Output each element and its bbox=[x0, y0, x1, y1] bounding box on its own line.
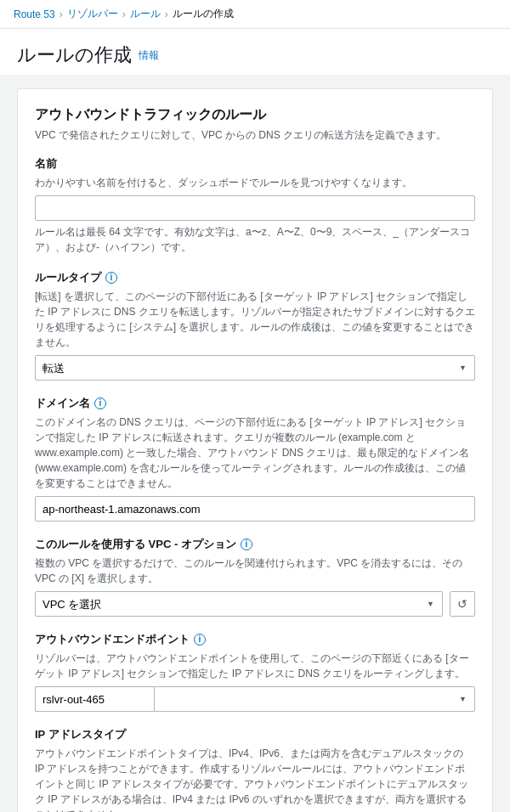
outbound-section-card: アウトバウンドトラフィックのルール VPC で発信されたクエリに対して、VPC … bbox=[17, 88, 493, 812]
page-title-text: ルールの作成 bbox=[17, 42, 132, 68]
name-field: 名前 わかりやすい名前を付けると、ダッシュボードでルールを見つけやすくなります。… bbox=[35, 156, 475, 255]
endpoint-field: アウトバウンドエンドポイント i リゾルバーは、アウトバウンドエンドポイントを使… bbox=[35, 632, 475, 712]
breadcrumb-sep-3: › bbox=[165, 8, 168, 20]
vpc-select[interactable]: VPC を選択 bbox=[35, 591, 443, 617]
vpc-field: このルールを使用する VPC - オプション i 複数の VPC を選択するだけ… bbox=[35, 537, 475, 617]
domain-desc: このドメイン名の DNS クエリは、ページの下部付近にある [ターゲット IP … bbox=[35, 414, 475, 491]
ip-type-label: IP アドレスタイプ bbox=[35, 727, 475, 742]
outbound-section-desc: VPC で発信されたクエリに対して、VPC からの DNS クエリの転送方法を定… bbox=[35, 127, 475, 143]
page-title: ルールの作成 情報 bbox=[17, 42, 493, 68]
vpc-row: VPC を選択 ↺ bbox=[35, 591, 475, 617]
domain-input[interactable] bbox=[35, 496, 475, 522]
endpoint-select-wrapper bbox=[154, 686, 475, 712]
outbound-section-title: アウトバウンドトラフィックのルール bbox=[35, 106, 475, 124]
endpoint-desc: リゾルバーは、アウトバウンドエンドポイントを使用して、このページの下部近くにある… bbox=[35, 651, 475, 681]
name-input[interactable] bbox=[35, 195, 475, 221]
main-content: アウトバウンドトラフィックのルール VPC で発信されたクエリに対して、VPC … bbox=[0, 75, 510, 812]
rule-type-field: ルールタイプ i [転送] を選択して、このページの下部付近にある [ターゲット… bbox=[35, 270, 475, 381]
endpoint-info-icon[interactable]: i bbox=[194, 634, 206, 646]
vpc-label: このルールを使用する VPC - オプション i bbox=[35, 537, 475, 552]
name-desc: わかりやすい名前を付けると、ダッシュボードでルールを見つけやすくなります。 bbox=[35, 175, 475, 190]
breadcrumb-sep-2: › bbox=[122, 8, 126, 20]
rule-type-select-wrapper: 転送 システム bbox=[35, 355, 475, 381]
name-label: 名前 bbox=[35, 156, 475, 172]
breadcrumb-rules[interactable]: ルール bbox=[130, 7, 161, 21]
ip-type-desc: アウトバウンドエンドポイントタイプは、IPv4、IPv6、または両方を含むデュア… bbox=[35, 746, 475, 812]
page-title-area: ルールの作成 情報 bbox=[0, 29, 510, 75]
domain-info-icon[interactable]: i bbox=[94, 398, 106, 409]
breadcrumb-current: ルールの作成 bbox=[173, 7, 234, 21]
domain-field: ドメイン名 i このドメイン名の DNS クエリは、ページの下部付近にある [タ… bbox=[35, 396, 475, 522]
vpc-refresh-button[interactable]: ↺ bbox=[450, 591, 475, 617]
rule-type-label: ルールタイプ i bbox=[35, 270, 475, 285]
rule-type-desc: [転送] を選択して、このページの下部付近にある [ターゲット IP アドレス]… bbox=[35, 289, 475, 350]
vpc-info-icon[interactable]: i bbox=[241, 539, 252, 550]
endpoint-row bbox=[35, 686, 475, 712]
vpc-select-wrapper: VPC を選択 bbox=[35, 591, 443, 617]
rule-type-select[interactable]: 転送 システム bbox=[35, 355, 475, 381]
domain-label: ドメイン名 i bbox=[35, 396, 475, 411]
breadcrumb-resolver[interactable]: リゾルバー bbox=[67, 7, 118, 21]
rule-type-info-icon[interactable]: i bbox=[105, 272, 117, 284]
endpoint-label: アウトバウンドエンドポイント i bbox=[35, 632, 475, 647]
breadcrumb-route53[interactable]: Route 53 bbox=[14, 8, 55, 20]
vpc-desc: 複数の VPC を選択するだけで、このルールを関連付けられます。VPC を消去す… bbox=[35, 555, 475, 586]
breadcrumb-sep-1: › bbox=[60, 8, 63, 20]
breadcrumb: Route 53 › リゾルバー › ルール › ルールの作成 bbox=[0, 0, 510, 29]
endpoint-input[interactable] bbox=[35, 686, 154, 712]
page-info-link[interactable]: 情報 bbox=[139, 48, 159, 63]
refresh-icon: ↺ bbox=[457, 597, 468, 611]
endpoint-select[interactable] bbox=[154, 686, 475, 712]
ip-type-field: IP アドレスタイプ アウトバウンドエンドポイントタイプは、IPv4、IPv6、… bbox=[35, 727, 475, 812]
name-hint: ルール名は最長 64 文字です。有効な文字は、a〜z、A〜Z、0〜9、スペース、… bbox=[35, 224, 475, 255]
